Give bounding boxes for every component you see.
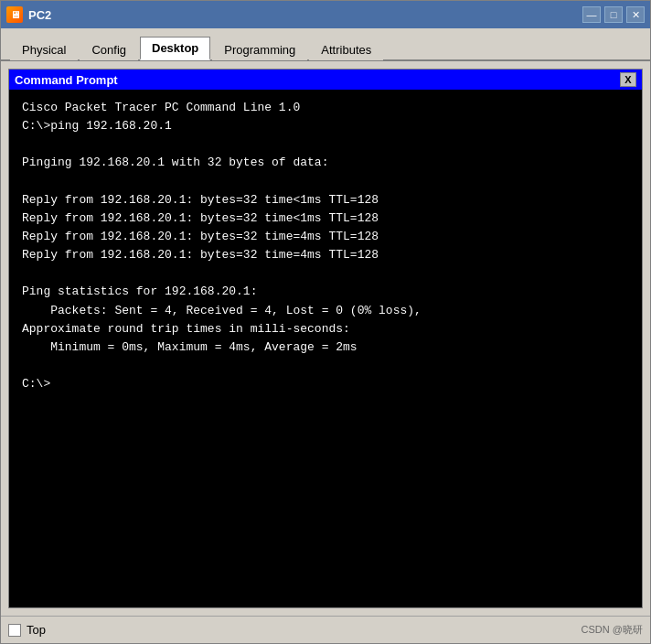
bottom-bar: Top CSDN @晓研 — [1, 616, 650, 643]
title-bar: 🖥 PC2 — □ ✕ — [1, 1, 650, 28]
title-controls: — □ ✕ — [582, 6, 645, 23]
cmd-title-bar: Command Prompt X — [9, 70, 642, 90]
tab-attributes[interactable]: Attributes — [309, 38, 383, 60]
close-button[interactable]: ✕ — [626, 6, 645, 23]
command-prompt-window: Command Prompt X Cisco Packet Tracer PC … — [8, 69, 643, 608]
top-checkbox[interactable] — [8, 624, 21, 637]
main-window: 🖥 PC2 — □ ✕ Physical Config Desktop Prog… — [0, 0, 651, 644]
main-content: Command Prompt X Cisco Packet Tracer PC … — [1, 61, 650, 616]
title-bar-left: 🖥 PC2 — [6, 6, 51, 23]
tab-physical[interactable]: Physical — [10, 38, 78, 60]
tab-config[interactable]: Config — [80, 38, 138, 60]
maximize-button[interactable]: □ — [604, 6, 623, 23]
window-title: PC2 — [28, 8, 51, 22]
cmd-body[interactable]: Cisco Packet Tracer PC Command Line 1.0 … — [9, 90, 642, 607]
top-label: Top — [27, 623, 46, 637]
tab-bar: Physical Config Desktop Programming Attr… — [1, 28, 650, 61]
cmd-close-button[interactable]: X — [620, 72, 636, 87]
minimize-button[interactable]: — — [582, 6, 601, 23]
watermark: CSDN @晓研 — [582, 623, 643, 637]
app-icon: 🖥 — [6, 6, 23, 23]
cmd-title-text: Command Prompt — [15, 73, 118, 87]
tab-programming[interactable]: Programming — [212, 38, 307, 60]
tab-desktop[interactable]: Desktop — [140, 37, 210, 60]
